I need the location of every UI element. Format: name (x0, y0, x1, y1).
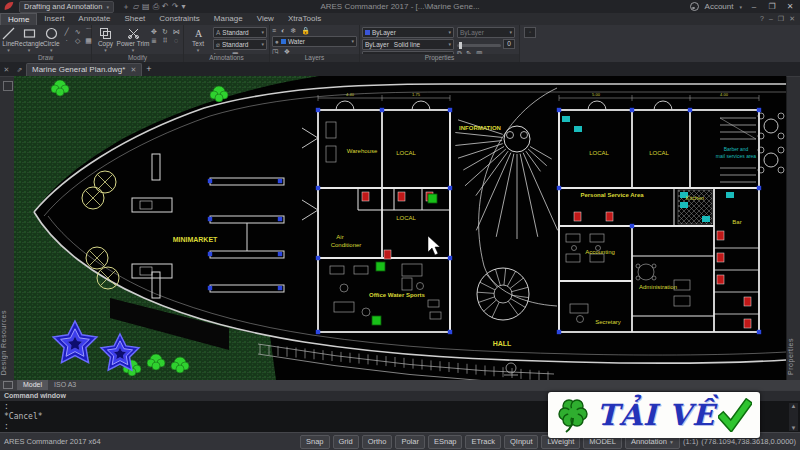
mirror-icon[interactable]: ⋈ (171, 27, 181, 36)
menu-item-manage[interactable]: Manage (207, 13, 250, 25)
spiral-staircase (477, 268, 529, 320)
text-icon: A (192, 27, 205, 40)
menu-item-view[interactable]: View (250, 13, 281, 25)
spline-icon[interactable]: ∿ (73, 27, 83, 36)
menubar-items: HomeInsertAnnotateSheetConstraintsManage… (0, 13, 328, 26)
room-label-warehouse: Warehouse (347, 148, 378, 154)
open-file-icon[interactable]: ▱ (133, 2, 139, 12)
room-label-minimarket: MINIMARKET (173, 236, 218, 243)
copy-icon (99, 27, 112, 40)
tab-restore-icon[interactable]: ⇗ (13, 63, 26, 76)
polyline-icon[interactable]: ╱ (62, 27, 72, 36)
drawing-canvas[interactable]: MINIMARKETWarehouseLOCALLOCALAirConditio… (14, 76, 786, 380)
layer-on-icon[interactable]: ◐ (281, 27, 285, 35)
redo-icon[interactable]: ↷ (172, 2, 179, 12)
menu-item-constraints[interactable]: Constraints (152, 13, 206, 25)
toggle-esnap[interactable]: ESnap (428, 435, 463, 449)
workspace-selector[interactable]: Drafting and Annotation ▾ (19, 1, 114, 13)
line-tool-button[interactable]: Line ▾ (2, 26, 15, 54)
circle-tool-button[interactable]: Circle ▾ (43, 26, 60, 54)
central-rooms-walls (318, 110, 450, 332)
scroll-down-icon[interactable]: ▼ (791, 425, 797, 431)
copy-tool-button[interactable]: Copy ▾ (94, 26, 117, 54)
ribbon-overflow-button[interactable]: ◦ (524, 27, 536, 38)
menu-item-insert[interactable]: Insert (37, 13, 71, 25)
menubar-control-0[interactable]: ? (760, 15, 764, 23)
quick-access-toolbar: ＋ ▱ ▤ ⎙ ↶ ↷ ▾ (122, 2, 186, 12)
new-tab-button[interactable]: + (146, 63, 151, 76)
sheet-tab-iso-a3[interactable]: ISO A3 (48, 380, 82, 390)
erase-icon[interactable]: ◌ (171, 36, 181, 45)
menu-item-xtratools[interactable]: XtraTools (281, 13, 328, 25)
undo-icon[interactable]: ↶ (162, 2, 169, 12)
new-file-icon[interactable]: ＋ (122, 2, 130, 12)
menu-item-sheet[interactable]: Sheet (117, 13, 152, 25)
color-value: ByLayer (372, 28, 396, 37)
toggle-ortho[interactable]: Ortho (362, 435, 393, 449)
chevron-down-icon: ▾ (351, 37, 354, 46)
linestyle-select[interactable]: ByLayer Solid line ▾ (362, 39, 454, 50)
account-icon (690, 2, 699, 11)
menubar-control-3[interactable]: ✕ (789, 15, 795, 23)
layer-name: Water (288, 37, 305, 46)
chevron-down-icon: ▾ (50, 48, 53, 52)
menubar-control-1[interactable]: – (769, 15, 773, 23)
sheet-tab-model[interactable]: Model (17, 380, 48, 390)
menu-item-home[interactable]: Home (0, 13, 37, 26)
chevron-down-icon: ▾ (197, 48, 200, 52)
menubar-control-2[interactable]: ❐ (778, 15, 784, 23)
text-style-icon: A (216, 28, 220, 37)
layer-freeze-icon[interactable]: ❄ (290, 27, 296, 35)
toggle-snap[interactable]: Snap (300, 435, 330, 449)
minimize-button[interactable]: – (748, 2, 760, 11)
room-label-bar: Bar (732, 219, 741, 225)
rectangle-tool-button[interactable]: Rectangle ▾ (17, 26, 41, 54)
room-label-local: LOCAL (396, 215, 416, 221)
move-icon[interactable]: ✥ (149, 27, 159, 36)
save-icon[interactable]: ▤ (142, 2, 150, 12)
transparency-slider[interactable] (457, 44, 501, 47)
color-select[interactable]: ByLayer ▾ (362, 27, 454, 38)
draw-extra-tools[interactable]: ╱∿⌒ ·◇▦ (62, 26, 94, 54)
tab-close-icon[interactable]: ✕ (130, 64, 136, 76)
plot-style-value: ByLayer (460, 28, 484, 37)
scroll-up-icon[interactable]: ▲ (791, 403, 797, 409)
download-banner[interactable]: TẢI VỀ (548, 392, 760, 438)
close-button[interactable]: ✕ (784, 2, 796, 11)
text-style-select[interactable]: A Standard ▾ (213, 27, 267, 38)
pin-icon[interactable] (3, 81, 13, 91)
design-resources-panel-tab[interactable]: Design Resources (0, 76, 15, 381)
room-label-local: LOCAL (589, 150, 609, 156)
room-label-mail-services-area: mail services area (716, 153, 757, 159)
properties-panel-tab[interactable]: Properties (786, 76, 800, 381)
room-label-kitchen: Kitchen (686, 195, 704, 201)
rotate-icon[interactable]: ↻ (160, 27, 170, 36)
point-icon[interactable]: · (62, 36, 72, 45)
fan-boundary (479, 88, 557, 306)
document-tab-active[interactable]: Marine General Plan.dwg* ✕ (26, 63, 142, 76)
toggle-qinput[interactable]: QInput (504, 435, 539, 449)
maximize-button[interactable]: ❐ (766, 2, 778, 11)
layer-manager-icon[interactable]: ≡ (272, 27, 276, 35)
qat-more-icon[interactable]: ▾ (181, 2, 185, 12)
toggle-polar[interactable]: Polar (395, 435, 425, 449)
sheet-list-icon[interactable] (3, 381, 13, 389)
dim-style-select[interactable]: ⌀ Standard ▾ (213, 39, 267, 50)
menu-item-annotate[interactable]: Annotate (71, 13, 117, 25)
command-scrollbar[interactable]: ▲ ▼ (789, 403, 798, 431)
minimarket-shelves (132, 154, 284, 298)
print-icon[interactable]: ⎙ (153, 2, 159, 12)
tab-close-all-icon[interactable]: ✕ (0, 63, 13, 76)
power-trim-button[interactable]: Power Trim ▾ (119, 26, 147, 54)
toggle-grid[interactable]: Grid (333, 435, 359, 449)
offset-icon[interactable]: ≣ (149, 36, 159, 45)
layer-select[interactable]: ● Water ▾ (272, 36, 357, 47)
toggle-etrack[interactable]: ETrack (465, 435, 500, 449)
chevron-down-icon: ▼ (669, 439, 674, 445)
slider-knob[interactable] (459, 42, 462, 49)
account-button[interactable]: Account (705, 2, 734, 11)
modify-extra-tools[interactable]: ✥↻⋈ ≣⠿◌ (149, 26, 181, 54)
array-icon[interactable]: ⠿ (160, 36, 170, 45)
layer-lock-icon[interactable]: 🔒 (301, 27, 310, 35)
polygon-icon[interactable]: ◇ (73, 36, 83, 45)
